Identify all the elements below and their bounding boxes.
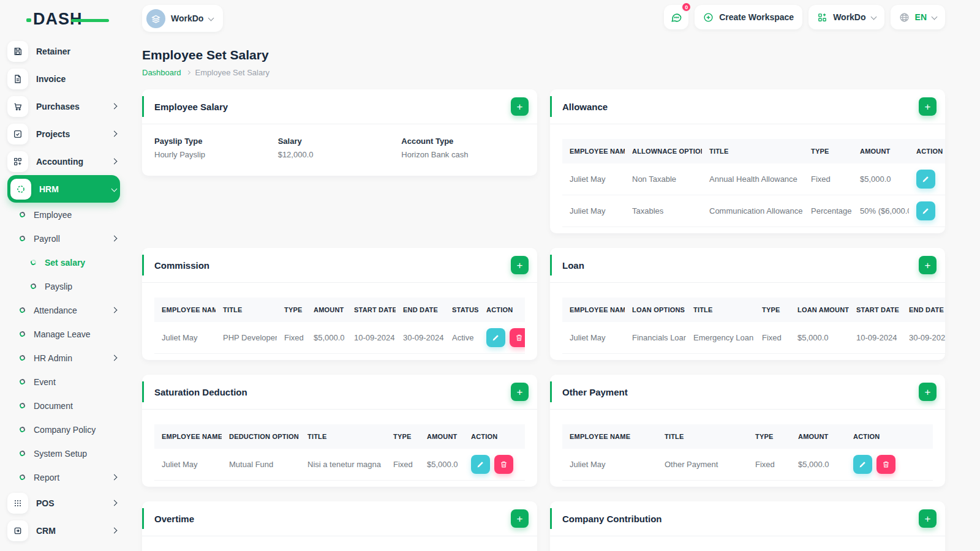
add-saturation-deduction-button[interactable]: +	[511, 383, 529, 401]
sidebar-item-retainer[interactable]: Retainer	[7, 37, 120, 65]
sidebar-item-payroll[interactable]: Payroll	[7, 227, 120, 250]
add-loan-button[interactable]: +	[919, 256, 937, 274]
add-other-payment-button[interactable]: +	[919, 383, 937, 401]
sidebar-item-label: Event	[34, 377, 120, 387]
sidebar-item-label: Report	[34, 473, 112, 482]
column-header: TYPE	[804, 139, 853, 163]
card-header: Other Payment +	[550, 375, 945, 410]
sidebar-item-invoice[interactable]: Invoice	[7, 65, 120, 92]
sidebar-item-label: Document	[34, 401, 120, 411]
edit-button[interactable]	[916, 170, 935, 189]
cards-grid: Employee Salary + Payslip Type Hourly Pa…	[142, 89, 945, 551]
company-contribution-card: Company Contribution +	[550, 501, 945, 551]
field-label: Payslip Type	[154, 137, 278, 146]
edit-button[interactable]	[916, 201, 935, 220]
bullet-icon	[19, 211, 26, 218]
column-header: AMOUNT	[306, 298, 347, 322]
sidebar-item-payslip[interactable]: Payslip	[7, 274, 120, 298]
table-container: EMPLOYEE NAMEDEDUCTION OPTIONTITLETYPEAM…	[142, 410, 537, 487]
column-header: TITLE	[702, 139, 804, 163]
table-header-row: EMPLOYEE NAMEDEDUCTION OPTIONTITLETYPEAM…	[154, 424, 525, 449]
card-title: Company Contribution	[562, 514, 662, 524]
workdo-menu[interactable]: WorkDo	[809, 5, 884, 29]
column-header: END DATE	[902, 298, 945, 322]
other-payment-card: Other Payment + EMPLOYEE NAMETITLETYPEAM…	[550, 375, 945, 487]
workdo-menu-label: WorkDo	[833, 12, 865, 22]
sidebar-item-crm[interactable]: CRM	[7, 517, 120, 544]
column-header: TYPE	[755, 298, 790, 322]
sidebar-item-pos[interactable]: POS	[7, 489, 120, 517]
sidebar-item-label: Employee	[34, 210, 120, 220]
field-payslip-type: Payslip Type Hourly Payslip	[154, 137, 278, 159]
table-cell: $5,000.0	[791, 449, 846, 481]
table-cell: Juliet May	[154, 322, 216, 354]
language-selector[interactable]: EN	[891, 5, 945, 29]
saturation-deduction-card: Saturation Deduction + EMPLOYEE NAMEDEDU…	[142, 375, 537, 487]
crm-icon	[7, 520, 28, 541]
language-label: EN	[915, 12, 927, 22]
sidebar-item-projects[interactable]: Projects	[7, 120, 120, 148]
sidebar-item-document[interactable]: Document	[7, 394, 120, 418]
add-commission-button[interactable]: +	[511, 256, 529, 274]
column-header: ACTION	[909, 139, 945, 163]
workspace-selector[interactable]: WorkDo	[142, 5, 223, 32]
edit-button[interactable]	[853, 455, 872, 474]
action-cell	[846, 449, 933, 481]
sidebar-item-set-salary[interactable]: Set salary	[7, 250, 120, 274]
table-cell: $5,000.0	[420, 449, 464, 481]
field-label: Account Type	[401, 137, 525, 146]
messages-button[interactable]: 0	[664, 5, 688, 29]
accounting-icon	[7, 151, 28, 172]
delete-button[interactable]	[876, 455, 895, 474]
table-cell: Annual Health Allowance	[702, 163, 804, 195]
loan-card: Loan + EMPLOYEE NAMELOAN OPTIONSTITLETYP…	[550, 248, 945, 360]
salary-fields: Payslip Type Hourly Payslip Salary $12,0…	[142, 124, 537, 176]
hrm-icon	[10, 179, 31, 200]
column-header: TYPE	[277, 298, 306, 322]
sidebar-item-accounting[interactable]: Accounting	[7, 148, 120, 175]
add-employee-salary-button[interactable]: +	[511, 97, 529, 116]
sidebar-item-hr-admin[interactable]: HR Admin	[7, 346, 120, 370]
column-header: AMOUNT	[420, 424, 464, 449]
table-container: EMPLOYEE NAMETITLETYPEAMOUNTACTIONJuliet…	[550, 410, 945, 487]
sidebar-item-hrm[interactable]: HRM	[7, 175, 120, 203]
table-cell: Fixed	[755, 322, 790, 353]
bullet-icon	[19, 235, 26, 242]
table-cell: $5,000.0	[790, 322, 849, 353]
table-container: EMPLOYEE NAMETITLETYPEAMOUNTSTART DATEEN…	[142, 283, 537, 360]
table-cell: Fixed	[277, 322, 306, 354]
card-title: Overtime	[154, 514, 194, 524]
sidebar-item-label: HR Admin	[34, 353, 112, 363]
column-header: ACTION	[464, 424, 525, 449]
create-workspace-button[interactable]: Create Workspace	[695, 5, 802, 29]
chevron-right-icon	[111, 474, 118, 481]
table-cell: Fixed	[804, 163, 853, 195]
sidebar-item-purchases[interactable]: Purchases	[7, 92, 120, 120]
sidebar-item-system-setup[interactable]: System Setup	[7, 441, 120, 465]
chevron-right-icon	[111, 159, 118, 165]
action-cell	[909, 195, 945, 227]
table-cell: 50% ($6,000.0)	[853, 195, 909, 227]
delete-button[interactable]	[510, 328, 525, 347]
table-row: Juliet MayTaxablesCommunication Allowanc…	[562, 195, 945, 227]
edit-button[interactable]	[471, 455, 490, 474]
brand-logo[interactable]: DASH	[33, 10, 100, 29]
sidebar-item-event[interactable]: Event	[7, 370, 120, 394]
add-overtime-button[interactable]: +	[511, 509, 529, 528]
sidebar-item-label: Attendance	[34, 305, 112, 315]
breadcrumb-dashboard-link[interactable]: Dashboard	[142, 68, 181, 77]
field-value: Horizon Bank cash	[401, 150, 525, 159]
sidebar-item-employee[interactable]: Employee	[7, 203, 120, 227]
sidebar-item-attendance[interactable]: Attendance	[7, 298, 120, 322]
card-header: Commission +	[142, 248, 537, 283]
delete-button[interactable]	[494, 455, 513, 474]
add-company-contribution-button[interactable]: +	[919, 509, 937, 528]
field-salary: Salary $12,000.0	[278, 137, 402, 159]
sidebar-item-company-policy[interactable]: Company Policy	[7, 418, 120, 441]
sidebar-item-report[interactable]: Report	[7, 465, 120, 489]
add-allowance-button[interactable]: +	[919, 97, 937, 116]
sidebar-item-manage-leave[interactable]: Manage Leave	[7, 322, 120, 346]
chevron-down-icon	[111, 186, 118, 192]
chevron-right-icon	[111, 103, 118, 110]
edit-button[interactable]	[486, 328, 505, 347]
